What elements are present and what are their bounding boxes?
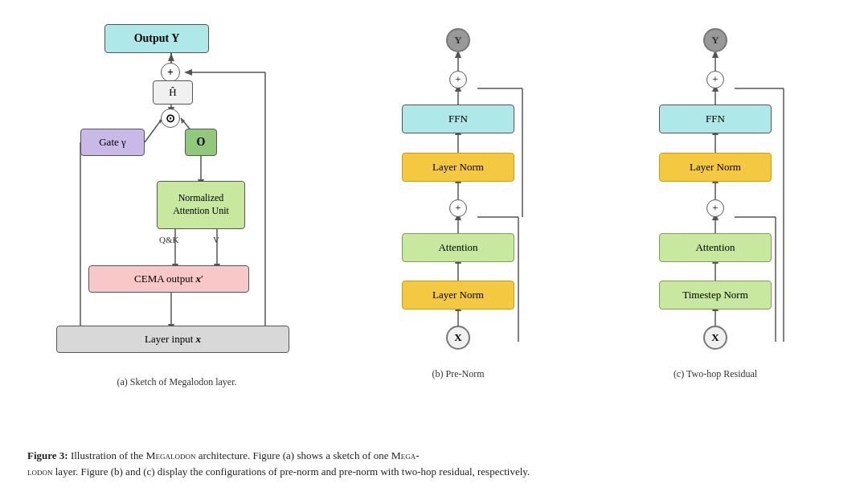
- v-label: V: [213, 235, 219, 244]
- x-node-b: X: [446, 326, 470, 350]
- dot-operator: ⊙: [161, 109, 180, 128]
- layer-input-box: Layer input x: [56, 326, 289, 353]
- o-box: O: [185, 129, 217, 156]
- fig-b-diagram: Y + FFN Layer Norm + Attention: [378, 24, 538, 362]
- fig-c-caption: (c) Two-hop Residual: [674, 368, 757, 380]
- figure-b: Y + FFN Layer Norm + Attention: [330, 24, 587, 380]
- plus-op1-c: +: [706, 199, 724, 217]
- attention-box-c: Attention: [659, 233, 772, 262]
- plus-op2-c: +: [706, 71, 724, 88]
- y-node-b: Y: [446, 28, 470, 52]
- cema-box: CEMA output x′: [88, 265, 249, 293]
- svg-marker-24: [184, 69, 192, 76]
- plus-op2-b: +: [449, 71, 467, 88]
- svg-marker-2: [168, 53, 174, 61]
- svg-line-7: [145, 118, 162, 142]
- figure-a: Output Y + Ĥ ⊙ Gate γ O NormalizedAttent…: [24, 16, 330, 388]
- timestepnorm-box-c: Timestep Norm: [659, 281, 772, 310]
- layernorm1-box-b: Layer Norm: [402, 281, 514, 310]
- nau-box: NormalizedAttention Unit: [157, 181, 245, 229]
- qk-label: Q&K: [159, 235, 178, 244]
- fig-a-diagram: Output Y + Ĥ ⊙ Gate γ O NormalizedAttent…: [40, 24, 313, 370]
- x-node-c: X: [703, 326, 727, 350]
- layernorm-box-c: Layer Norm: [659, 153, 772, 182]
- main-caption: Figure 3: Illustration of the Megalodon …: [24, 448, 844, 481]
- svg-marker-10: [181, 118, 185, 124]
- attention-box-b: Attention: [402, 233, 514, 262]
- y-node-c: Y: [703, 28, 727, 52]
- output-box: Output Y: [104, 24, 209, 53]
- fig-b-caption: (b) Pre-Norm: [432, 368, 485, 380]
- plus-op1-b: +: [449, 199, 467, 217]
- figure-c: Y + FFN Layer Norm + Attention: [587, 24, 844, 380]
- fig-c-diagram: Y + FFN Layer Norm + Attention: [635, 24, 796, 362]
- ffn-box-b: FFN: [402, 105, 514, 133]
- plus-operator-top: +: [161, 63, 180, 82]
- hhat-box: Ĥ: [153, 80, 193, 105]
- layernorm2-box-b: Layer Norm: [402, 153, 514, 182]
- ffn-box-c: FFN: [659, 105, 772, 133]
- figure-bc: Y + FFN Layer Norm + Attention: [330, 16, 844, 380]
- fig-a-caption: (a) Sketch of Megalodon layer.: [117, 376, 237, 388]
- gate-box: Gate γ: [80, 129, 145, 156]
